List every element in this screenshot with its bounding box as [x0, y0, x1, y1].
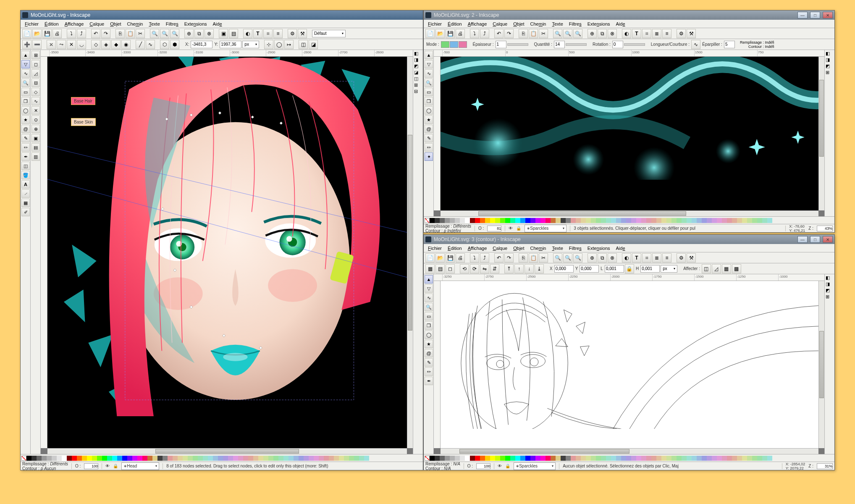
color-swatch[interactable] — [465, 218, 470, 223]
color-swatch[interactable] — [611, 456, 616, 461]
color-swatch[interactable] — [77, 456, 82, 461]
opacity-input[interactable] — [487, 226, 501, 231]
layer-label-hair[interactable]: Base Hair — [71, 97, 95, 105]
obj-to-path-icon[interactable]: ⬡ — [160, 40, 169, 49]
snap-page-icon[interactable]: ▣ — [31, 134, 40, 142]
color-swatch[interactable] — [309, 456, 314, 461]
open-file-icon[interactable]: 📂 — [32, 29, 42, 38]
menu-item[interactable]: Édition — [42, 21, 61, 27]
color-swatch[interactable] — [349, 456, 354, 461]
doc-prefs-icon[interactable]: ⚒ — [298, 29, 307, 38]
color-swatch[interactable] — [127, 456, 132, 461]
snap-path-icon[interactable]: ∿ — [31, 97, 40, 105]
color-swatch[interactable] — [505, 218, 510, 223]
canvas3[interactable] — [441, 281, 818, 448]
thickness-input[interactable] — [496, 41, 506, 48]
y-input[interactable] — [220, 41, 241, 48]
zoom-icon[interactable]: 🔍 — [553, 253, 562, 262]
affect-corners-icon[interactable]: ◿ — [712, 264, 721, 273]
color-swatch[interactable] — [445, 218, 450, 223]
color-swatch[interactable] — [525, 218, 530, 223]
color-swatch[interactable] — [616, 218, 621, 223]
color-swatch[interactable] — [57, 456, 62, 461]
color-swatch[interactable] — [520, 456, 525, 461]
rotate-cw-icon[interactable]: ⟳ — [470, 264, 479, 273]
rect-tool-icon[interactable]: ▭ — [21, 88, 30, 96]
color-swatch[interactable] — [283, 456, 288, 461]
color-swatch[interactable] — [631, 456, 636, 461]
group-icon[interactable]: ▣ — [219, 29, 228, 38]
color-swatch[interactable] — [631, 218, 636, 223]
paste-icon[interactable]: 📋 — [529, 29, 538, 38]
color-swatch[interactable] — [122, 456, 127, 461]
color-swatch[interactable] — [732, 218, 737, 223]
lock-icon[interactable]: 🔒 — [113, 464, 118, 468]
print-icon[interactable]: 🖨 — [52, 29, 62, 38]
clone-icon[interactable]: ⧉ — [598, 253, 607, 262]
menu-item[interactable]: Filtres — [567, 21, 584, 27]
node-corner-icon[interactable]: ◇ — [91, 40, 100, 49]
color-swatch[interactable] — [535, 218, 540, 223]
unit-select[interactable]: px▾ — [661, 265, 677, 273]
doc-prefs-icon[interactable]: ⚒ — [687, 29, 696, 38]
layer-label-skin[interactable]: Base Skin — [71, 118, 96, 126]
next-path-icon[interactable]: ↦ — [284, 40, 294, 49]
color-swatch[interactable] — [132, 456, 137, 461]
flip-h-icon[interactable]: ⇋ — [480, 264, 489, 273]
color-swatch[interactable] — [193, 456, 198, 461]
color-swatch[interactable] — [651, 218, 656, 223]
minimize-button[interactable]: — — [797, 12, 808, 18]
new-file-icon[interactable]: 📄 — [425, 29, 435, 38]
window3-menubar[interactable]: Fichier Édition Affichage Calque Objet C… — [424, 244, 834, 252]
prefs-icon[interactable]: ⚙ — [288, 29, 297, 38]
color-swatch[interactable] — [737, 456, 742, 461]
no-fill-swatch[interactable] — [21, 456, 26, 461]
color-swatch[interactable] — [87, 456, 92, 461]
color-swatch[interactable] — [717, 218, 722, 223]
color-swatch[interactable] — [556, 218, 561, 223]
panel-icon[interactable]: ◫ — [414, 76, 422, 81]
color-swatch[interactable] — [576, 218, 581, 223]
node-tool-icon[interactable]: ▽ — [425, 284, 433, 293]
x-input[interactable] — [554, 265, 574, 273]
snap-intersect-icon[interactable]: ✕ — [31, 106, 40, 115]
panel-icon[interactable]: ◩ — [826, 288, 834, 293]
zoom-draw-icon[interactable]: 🔍 — [160, 29, 169, 38]
layer-quick-select[interactable]: ∗Head▾ — [121, 462, 159, 470]
color-swatch[interactable] — [722, 456, 727, 461]
layers-icon[interactable]: ≣ — [652, 253, 661, 262]
pencil-tool-icon[interactable]: ✎ — [425, 134, 433, 142]
color-swatch[interactable] — [520, 218, 525, 223]
color-swatch[interactable] — [67, 456, 72, 461]
color-swatch[interactable] — [188, 456, 193, 461]
import-icon[interactable]: ⤵ — [470, 253, 479, 262]
color-swatch[interactable] — [712, 218, 717, 223]
color-swatch[interactable] — [671, 218, 677, 223]
lock-aspect-icon[interactable]: 🔒 — [625, 264, 634, 273]
stroke-to-path-icon[interactable]: ⬢ — [170, 40, 179, 49]
import-icon[interactable]: ⤵ — [470, 29, 479, 38]
color-swatch[interactable] — [273, 456, 278, 461]
color-swatch[interactable] — [702, 456, 707, 461]
sel-layers-icon[interactable]: ▤ — [435, 264, 445, 273]
menu-item[interactable]: Objet — [108, 21, 123, 27]
color-swatch[interactable] — [480, 218, 485, 223]
color-swatch[interactable] — [586, 456, 591, 461]
color-swatch[interactable] — [238, 456, 243, 461]
node-auto-icon[interactable]: ◉ — [121, 40, 131, 49]
color-swatch[interactable] — [42, 456, 47, 461]
color-swatch[interactable] — [606, 218, 611, 223]
color-swatch[interactable] — [47, 456, 52, 461]
color-swatch[interactable] — [258, 456, 263, 461]
star-tool-icon[interactable]: ★ — [425, 340, 433, 348]
paste-icon[interactable]: 📋 — [529, 253, 538, 262]
text-tool-icon[interactable]: A — [21, 180, 30, 189]
color-swatch[interactable] — [601, 218, 606, 223]
seg-line-icon[interactable]: ╱ — [136, 40, 145, 49]
color-swatch[interactable] — [324, 456, 329, 461]
panel-icon[interactable]: ⊞ — [826, 70, 834, 75]
new-file-icon[interactable]: 📄 — [425, 253, 435, 262]
color-swatch[interactable] — [339, 456, 344, 461]
color-swatch[interactable] — [656, 218, 661, 223]
redo-icon[interactable]: ↷ — [504, 253, 514, 262]
